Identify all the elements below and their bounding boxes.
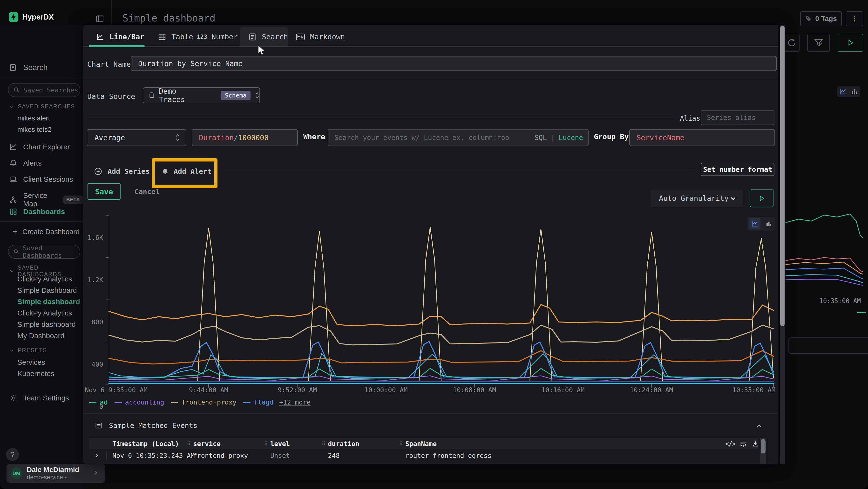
legend-more-link[interactable]: +12 more [279,399,311,406]
cell-spanname: router frontend egress [405,452,492,459]
cell-duration: 248 [328,463,340,464]
run-chart-button[interactable] [750,190,774,207]
collapse-chevron-icon[interactable] [756,423,763,430]
sidebar-item-client-sessions[interactable]: Client Sessions [9,175,73,183]
events-table-header: Timestamp (Local) ⠿ service ⠿ level ⠿ du… [89,438,758,450]
magnifier-icon [13,248,19,255]
drag-handle-icon[interactable]: ⠿ [322,441,326,447]
help-button[interactable]: ? [6,448,19,461]
wrap-text-icon[interactable] [740,440,746,447]
dashboard-item[interactable]: Simple Dashboard [18,286,77,294]
granularity-select[interactable]: Auto Granularity [651,190,743,207]
lucene-toggle[interactable]: Lucene [559,134,583,142]
add-alert-button[interactable]: Add Alert [161,167,212,175]
saved-searches-input[interactable]: Saved Searches [8,83,80,97]
tab-table[interactable]: Table [158,33,193,41]
events-scrollbar-track[interactable] [760,438,766,464]
preset-item[interactable]: Services [18,358,45,366]
data-source-select[interactable]: Demo Traces Schema [143,87,260,103]
dashboard-item[interactable]: My Dashboard [18,332,64,340]
saved-search-item[interactable]: mikes alert [18,114,50,122]
tab-number[interactable]: 123 Number [197,33,238,41]
drag-handle-icon[interactable]: ⠿ [187,441,191,447]
legend-item[interactable]: flagd [254,399,273,406]
app-screen: HyperDX Simple dashboard 0 Tags 10:35:00… [0,0,868,489]
select-chevrons-icon [255,91,259,99]
legend-dash [115,402,122,403]
saved-search-item[interactable]: mikes tets2 [18,126,52,134]
x-tick-label: 10:00:00 AM [352,386,420,394]
drag-handle-icon[interactable]: ⠿ [399,441,403,447]
dashboard-item[interactable]: ClickPy Analytics [18,309,72,317]
agg-function-select[interactable]: Average [87,129,186,146]
drawer-scrollbar-thumb[interactable] [780,26,784,326]
sidebar-item-alerts[interactable]: Alerts [9,159,42,167]
play-icon [758,195,765,202]
event-row-partial[interactable]: Nov 6 10:35:23.243 AM frontend-proxy Uns… [89,461,758,464]
user-menu[interactable]: DM Dale McDiarmid demo-service - [6,464,105,483]
sample-events-title: Sample Matched Events [109,422,197,430]
saved-dashboards-input[interactable]: Saved Dashboards [8,245,80,259]
column-header[interactable]: SpanName [405,440,437,448]
column-header[interactable]: duration [328,440,359,448]
presets-header[interactable]: PRESETS [9,347,47,353]
sidebar-search-label: Search [23,63,48,72]
add-series-button[interactable]: Add Series [94,167,150,175]
where-search-input[interactable]: Search your events w/ Lucene ex. column:… [328,129,589,146]
legend-item[interactable]: ad [100,399,108,406]
plus-circle-icon [94,167,102,175]
column-header[interactable]: Timestamp (Local) [112,440,179,448]
expand-row-icon[interactable] [94,452,100,459]
sidebar-toggle-icon[interactable] [95,15,104,23]
run-query-button[interactable] [838,34,863,52]
tab-search[interactable]: Search [248,33,288,41]
dashboard-item-active[interactable]: Simple dashboard [18,297,80,306]
drag-handle-icon[interactable]: ⠿ [264,441,268,447]
create-dashboard-button[interactable]: + Create Dashboard [12,227,80,236]
saved-searches-header[interactable]: SAVED SEARCHES [9,103,75,110]
section-divider [83,80,778,80]
column-header[interactable]: service [193,440,221,448]
tags-button[interactable]: 0 Tags [800,11,842,26]
brand-logo[interactable]: HyperDX [9,11,54,23]
tab-markdown[interactable]: Markdown [296,33,345,41]
save-button[interactable]: Save [88,183,121,200]
duration-line-chart[interactable] [83,212,778,396]
agg-function-value: Average [94,134,125,142]
legend-item[interactable]: accounting [125,399,164,406]
line-chart-icon [839,88,846,95]
dashboard-item[interactable]: ClickPy Analytics [18,275,72,283]
sidebar-item-service-map[interactable]: Service Map BETA [9,192,83,208]
bg-chart-legend-dash [858,312,866,313]
sql-toggle[interactable]: SQL [534,134,547,142]
field-expression-input[interactable]: Duration/1000000 [192,129,298,146]
event-row[interactable]: Nov 6 10:35:23.243 AM frontend-proxy Uns… [89,450,758,461]
alias-input[interactable] [701,110,774,125]
preset-item[interactable]: Kubernetes [18,370,54,378]
sidebar-item-search[interactable]: Search [9,63,48,72]
bg-chart-type-toggle[interactable] [837,86,860,97]
filter-button[interactable] [807,34,830,52]
schema-badge[interactable]: Schema [221,91,250,100]
data-source-label: Data Source [87,92,135,100]
cancel-button[interactable]: Cancel [131,183,163,200]
sidebar-item-chart-explorer[interactable]: Chart Explorer [9,143,70,151]
kebab-icon [851,16,858,22]
sidebar-item-team-settings[interactable]: Team Settings [9,394,69,402]
group-by-label: Group By [594,133,629,141]
events-scrollbar-thumb[interactable] [761,439,766,454]
drawer-scrollbar-track[interactable] [780,25,785,464]
download-icon[interactable] [752,440,759,447]
background-mini-chart [785,207,868,294]
kebab-menu-button[interactable] [846,11,863,26]
tab-line-bar[interactable]: Line/Bar [96,33,145,41]
sidebar-item-dashboards[interactable]: Dashboards [9,207,65,216]
code-view-icon[interactable]: </> [725,440,735,448]
y-tick-label: 1.2K [83,276,103,284]
set-number-format-button[interactable]: Set number format [701,163,774,176]
legend-item[interactable]: frontend-proxy [182,399,237,406]
chart-name-input[interactable] [131,56,777,71]
dashboard-item[interactable]: Simple dashboard [18,320,76,328]
group-by-input[interactable]: ServiceName [629,129,775,146]
column-header[interactable]: level [270,440,290,448]
